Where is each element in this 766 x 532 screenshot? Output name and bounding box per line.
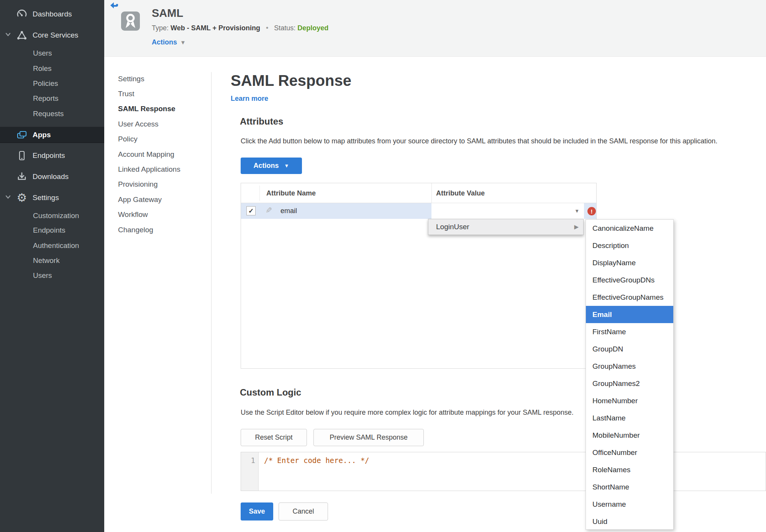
sidebar-item-users[interactable]: Users xyxy=(0,46,104,61)
sidebar-item-settings[interactable]: ⚙ Settings xyxy=(0,190,104,205)
table-row[interactable]: ✓ ✎ email ▼ ! xyxy=(241,203,596,219)
reset-script-button[interactable]: Reset Script xyxy=(241,429,307,446)
submenu-item-lastname[interactable]: LastName xyxy=(586,409,673,427)
gauge-icon xyxy=(16,8,28,20)
submenu-item-displayname[interactable]: DisplayName xyxy=(586,254,673,271)
caret-down-icon: ▼ xyxy=(284,163,289,169)
loginuser-attribute-submenu: CanonicalizeName Description DisplayName… xyxy=(586,219,674,530)
submenu-item-homenumber[interactable]: HomeNumber xyxy=(586,392,673,409)
subnav-item-policy[interactable]: Policy xyxy=(118,132,206,147)
attribute-name-cell: email xyxy=(280,203,297,219)
sidebar-item-settings-endpoints[interactable]: Endpoints xyxy=(0,223,104,238)
subnav-item-user-access[interactable]: User Access xyxy=(118,117,206,131)
editor-gutter: 1 xyxy=(241,452,259,491)
app-title: SAML xyxy=(152,7,183,20)
subnav-item-linked-applications[interactable]: Linked Applications xyxy=(118,162,206,177)
submenu-item-rolenames[interactable]: RoleNames xyxy=(586,461,673,478)
header-actions-menu[interactable]: Actions▼ xyxy=(152,38,186,46)
status-label: Status: xyxy=(274,24,295,32)
subnav-item-workflow[interactable]: Workflow xyxy=(118,207,206,222)
dropdown-item-loginuser[interactable]: LoginUser ▶ xyxy=(428,219,584,235)
submenu-item-shortname[interactable]: ShortName xyxy=(586,478,673,496)
app-header: SAML Type: Web - SAML + Provisioning • S… xyxy=(104,0,766,57)
sidebar-item-requests[interactable]: Requests xyxy=(0,106,104,122)
save-button[interactable]: Save xyxy=(241,502,273,521)
saml-app-icon xyxy=(121,11,140,31)
submenu-item-groupnames[interactable]: GroupNames xyxy=(586,358,673,375)
attribute-value-dropdown[interactable]: ▼ xyxy=(431,203,584,219)
row-checkbox[interactable]: ✓ xyxy=(246,206,256,215)
submenu-item-officenumber[interactable]: OfficeNumber xyxy=(586,444,673,461)
subnav-item-app-gateway[interactable]: App Gateway xyxy=(118,192,206,207)
pencil-icon[interactable]: ✎ xyxy=(266,206,272,215)
submenu-arrow-icon: ▶ xyxy=(574,223,579,230)
subnav-item-changelog[interactable]: Changelog xyxy=(118,222,206,237)
submenu-item-groupnames2[interactable]: GroupNames2 xyxy=(586,375,673,392)
sidebar-item-reports[interactable]: Reports xyxy=(0,91,104,106)
sidebar-item-policies[interactable]: Policies xyxy=(0,76,104,91)
sidebar-item-downloads[interactable]: Downloads xyxy=(0,169,104,184)
subnav-item-account-mapping[interactable]: Account Mapping xyxy=(118,147,206,162)
submenu-item-groupdn[interactable]: GroupDN xyxy=(586,340,673,358)
table-header-row: Attribute Name Attribute Value xyxy=(241,183,596,203)
sidebar-item-authentication[interactable]: Authentication xyxy=(0,238,104,253)
submenu-item-effectivegroupdns[interactable]: EffectiveGroupDNs xyxy=(586,271,673,289)
sidebar-item-settings-users[interactable]: Users xyxy=(0,268,104,283)
sidebar-item-label: Downloads xyxy=(33,172,69,181)
sidebar-item-label: Endpoints xyxy=(33,151,65,160)
sidebar-item-label: Core Services xyxy=(33,31,78,39)
error-icon: ! xyxy=(587,207,596,215)
sidebar-item-customization[interactable]: Customization xyxy=(0,208,104,223)
cancel-button[interactable]: Cancel xyxy=(279,502,328,521)
submenu-item-username[interactable]: Username xyxy=(586,496,673,513)
subnav-item-settings[interactable]: Settings xyxy=(118,71,206,86)
submenu-item-mobilenumber[interactable]: MobileNumber xyxy=(586,427,673,444)
sidebar-item-label: Dashboards xyxy=(33,10,72,18)
app-subnav: Settings Trust SAML Response User Access… xyxy=(118,71,206,237)
subnav-item-trust[interactable]: Trust xyxy=(118,86,206,101)
sidebar-item-network[interactable]: Network xyxy=(0,253,104,268)
custom-logic-heading: Custom Logic xyxy=(240,387,301,398)
script-editor[interactable]: 1 /* Enter code here... */ xyxy=(241,452,766,491)
editor-code-line[interactable]: /* Enter code here... */ xyxy=(264,456,369,465)
sidebar-item-label: Apps xyxy=(33,131,51,139)
subnav-item-provisioning[interactable]: Provisioning xyxy=(118,177,206,192)
back-arrow-icon[interactable] xyxy=(110,2,120,11)
sidebar: Dashboards Core Services Users Roles Pol… xyxy=(0,0,104,532)
learn-more-link[interactable]: Learn more xyxy=(231,95,268,103)
column-header-attribute-value: Attribute Value xyxy=(436,183,485,203)
sidebar-item-apps[interactable]: Apps xyxy=(0,126,104,143)
submenu-item-effectivegroupnames[interactable]: EffectiveGroupNames xyxy=(586,289,673,306)
page-title: SAML Response xyxy=(231,72,351,89)
gear-icon: ⚙ xyxy=(16,192,28,204)
submenu-item-firstname[interactable]: FirstName xyxy=(586,323,673,340)
custom-logic-description: Use the Script Editor below if you requi… xyxy=(241,409,574,417)
subnav-item-saml-response[interactable]: SAML Response xyxy=(118,102,206,117)
preview-saml-response-button[interactable]: Preview SAML Response xyxy=(313,429,424,446)
attributes-actions-button[interactable]: Actions▼ xyxy=(241,158,302,174)
caret-down-icon: ▼ xyxy=(180,39,186,46)
sidebar-item-endpoints[interactable]: Endpoints xyxy=(0,148,104,163)
attributes-description: Click the Add button below to map attrib… xyxy=(241,137,717,145)
type-value: Web - SAML + Provisioning xyxy=(171,24,260,32)
sidebar-item-core-services[interactable]: Core Services xyxy=(0,28,104,43)
status-badge: Deployed xyxy=(297,24,328,32)
subnav-divider xyxy=(211,72,212,494)
sidebar-item-label: Settings xyxy=(33,194,59,202)
column-header-attribute-name: Attribute Name xyxy=(266,183,316,203)
attributes-table: Attribute Name Attribute Value ✓ ✎ email… xyxy=(241,183,597,369)
core-services-icon xyxy=(16,30,28,41)
submenu-item-uuid[interactable]: Uuid xyxy=(586,513,673,530)
sidebar-item-dashboards[interactable]: Dashboards xyxy=(0,7,104,22)
attributes-heading: Attributes xyxy=(240,116,283,127)
apps-icon xyxy=(16,129,28,141)
download-icon xyxy=(16,171,28,182)
submenu-item-description[interactable]: Description xyxy=(586,237,673,254)
chevron-down-icon xyxy=(5,194,11,202)
app-meta: Type: Web - SAML + Provisioning • Status… xyxy=(152,24,328,32)
sidebar-item-roles[interactable]: Roles xyxy=(0,61,104,76)
submenu-item-canonicalizename[interactable]: CanonicalizeName xyxy=(586,220,673,237)
submenu-item-email[interactable]: Email xyxy=(586,306,673,323)
type-label: Type: xyxy=(152,24,169,32)
meta-separator: • xyxy=(266,24,268,32)
